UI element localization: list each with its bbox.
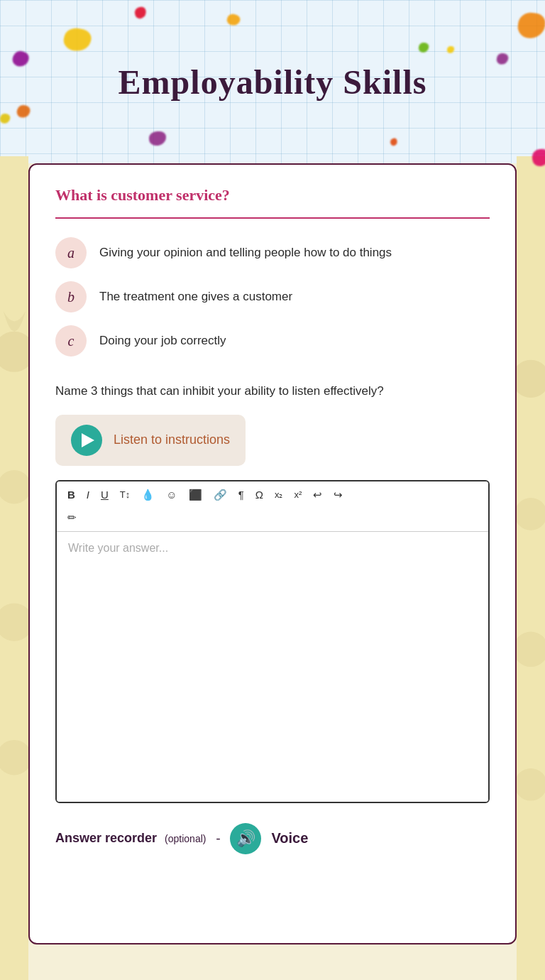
toolbar-superscript[interactable]: x² [290, 488, 305, 501]
toolbar-italic[interactable]: I [83, 487, 93, 502]
svg-point-7 [517, 768, 545, 801]
toolbar-eraser[interactable]: ✏ [64, 510, 80, 526]
toolbar-subscript[interactable]: x₂ [271, 488, 287, 501]
main-card: What is customer service? a Giving your … [28, 163, 517, 944]
toolbar-font-size[interactable]: T↕ [116, 488, 133, 501]
page-title: Employability Skills [119, 62, 427, 102]
toolbar-redo[interactable]: ↪ [330, 487, 346, 503]
paint-splat [16, 104, 31, 119]
option-b[interactable]: b The treatment one gives a customer [55, 281, 490, 312]
side-panel-left [0, 156, 28, 980]
text-editor: B I U T↕ 💧 ☺ ⬛ 🔗 ¶ Ω x₂ x² ↩ ↪ ✏ Write y… [55, 480, 490, 803]
speaker-button[interactable]: 🔊 [230, 823, 261, 854]
play-icon [71, 425, 102, 456]
answer-input[interactable]: Write your answer... [57, 532, 488, 802]
voice-label: Voice [271, 830, 308, 846]
svg-point-3 [0, 740, 28, 775]
paint-splat [149, 131, 166, 146]
listen-button[interactable]: Listen to instructions [55, 415, 246, 466]
toolbar-bold[interactable]: B [64, 487, 79, 502]
svg-point-6 [517, 632, 545, 668]
recorder-dash: - [216, 831, 220, 846]
question1-label: What is customer service? [55, 186, 490, 205]
paint-splat [0, 113, 11, 125]
paint-splat [389, 137, 398, 146]
option-c[interactable]: c Doing your job correctly [55, 325, 490, 356]
paint-splat [62, 26, 92, 54]
toolbar-color[interactable]: 💧 [138, 487, 158, 503]
recorder-label-text: Answer recorder [55, 831, 157, 845]
recorder-label: Answer recorder (optional) [55, 831, 206, 846]
header-area: Employability Skills [0, 0, 545, 163]
paint-splat [446, 45, 454, 53]
options-list: a Giving your opinion and telling people… [55, 237, 490, 356]
paint-splat [496, 53, 510, 66]
question2-label: Name 3 things that can inhibit your abil… [55, 382, 490, 401]
option-text-c: Doing your job correctly [99, 334, 226, 348]
option-badge-c: c [55, 325, 87, 356]
paint-splat [11, 49, 31, 70]
toolbar-undo[interactable]: ↩ [309, 487, 326, 503]
svg-point-2 [0, 604, 28, 641]
speaker-icon: 🔊 [236, 829, 255, 848]
paint-splat [226, 12, 241, 27]
recorder-row: Answer recorder (optional) - 🔊 Voice [55, 823, 490, 854]
option-badge-a: a [55, 237, 87, 268]
svg-point-1 [0, 470, 28, 504]
paint-splat [133, 6, 147, 19]
option-a[interactable]: a Giving your opinion and telling people… [55, 237, 490, 268]
recorder-optional: (optional) [165, 833, 206, 844]
toolbar-link[interactable]: 🔗 [210, 487, 231, 503]
svg-point-4 [517, 360, 545, 398]
listen-label: Listen to instructions [114, 432, 230, 447]
play-triangle [82, 433, 94, 447]
option-badge-b: b [55, 281, 87, 312]
toolbar-image[interactable]: ⬛ [185, 487, 206, 503]
paint-splat [418, 42, 429, 53]
svg-point-5 [517, 498, 545, 530]
option-text-a: Giving your opinion and telling people h… [99, 246, 392, 260]
question1-divider [55, 217, 490, 219]
toolbar-paragraph[interactable]: ¶ [235, 487, 248, 502]
paint-splat [517, 11, 545, 40]
toolbar-emoji[interactable]: ☺ [163, 487, 180, 502]
option-text-b: The treatment one gives a customer [99, 290, 292, 304]
toolbar-omega[interactable]: Ω [252, 487, 267, 502]
side-panel-right [517, 156, 545, 980]
toolbar-underline[interactable]: U [97, 487, 112, 502]
svg-point-0 [0, 332, 28, 372]
editor-toolbar: B I U T↕ 💧 ☺ ⬛ 🔗 ¶ Ω x₂ x² ↩ ↪ ✏ [57, 481, 488, 532]
